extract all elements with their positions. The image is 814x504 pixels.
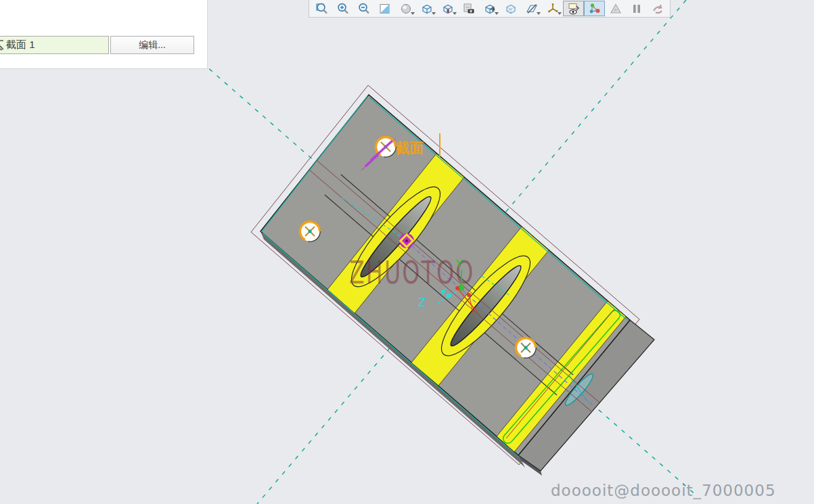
- previous-view-arrow-icon: [651, 2, 664, 16]
- zoom-in-icon: [336, 2, 350, 16]
- section-name-text: 截面 1: [6, 39, 35, 51]
- toolbar-icon-datum-graph-display[interactable]: [584, 1, 605, 16]
- z-axis-label: Z: [418, 296, 426, 309]
- toolbar-icon-datum-plane-display[interactable]: [521, 1, 542, 16]
- toolbar-icon-saved-views-cube[interactable]: [437, 1, 458, 16]
- handle-center: [405, 239, 408, 242]
- toolbar-icon-transparent-cube[interactable]: [500, 1, 521, 16]
- datum-graph-display-icon: [588, 2, 602, 16]
- vertex-dot-cyan: [447, 294, 451, 298]
- toolbar-icon-display-style-cube[interactable]: [416, 1, 437, 16]
- spin-center-icon: [609, 2, 623, 16]
- transparent-cube-icon: [504, 2, 518, 16]
- toolbar-icon-zoom-window[interactable]: [311, 1, 332, 16]
- viewport-3d[interactable]: dooooit@dooooit_7000005: [0, 0, 814, 504]
- toolbar-icon-previous-view-arrow[interactable]: [647, 1, 668, 16]
- annotation-display-icon: [567, 2, 581, 16]
- toolbar-icon-shaded-display[interactable]: [395, 1, 416, 16]
- toolbar-icon-repaint[interactable]: [374, 1, 395, 16]
- application-window: dooooit@dooooit_7000005: [0, 0, 814, 504]
- dropdown-caret-icon: [537, 12, 541, 15]
- y-axis-label: Y: [455, 258, 463, 271]
- toolbar-icon-datum-axis-display[interactable]: [542, 1, 563, 16]
- toolbar-icon-pause[interactable]: [626, 1, 647, 16]
- dropdown-caret-icon: [411, 12, 415, 15]
- section-panel: 截面 1 编辑...: [0, 0, 208, 69]
- csys-node: [459, 285, 464, 290]
- view-manager-camera-icon: [462, 2, 476, 16]
- toolbar-icon-annotation-display[interactable]: [563, 1, 584, 16]
- toolbar-icon-view-manager-camera[interactable]: [458, 1, 479, 16]
- zoom-window-icon: [315, 2, 329, 16]
- section-icon-fragment: [0, 39, 6, 51]
- toolbar-icon-section-cube[interactable]: [479, 1, 500, 16]
- dropdown-caret-icon: [558, 12, 562, 15]
- dropdown-caret-icon: [432, 12, 436, 15]
- toolbar-icon-spin-center[interactable]: [605, 1, 626, 16]
- marker-center: [524, 346, 528, 350]
- zoom-out-icon: [357, 2, 371, 16]
- toolbar-icon-zoom-out[interactable]: [353, 1, 374, 16]
- dropdown-caret-icon: [495, 12, 499, 15]
- repaint-icon: [378, 2, 392, 16]
- pause-icon: [630, 2, 643, 16]
- account-watermark: dooooit@dooooit_7000005: [551, 482, 776, 499]
- section-label: 截面: [394, 140, 424, 156]
- toolbar-icon-zoom-in[interactable]: [332, 1, 353, 16]
- view-toolbar: [309, 0, 671, 18]
- marker-center: [309, 230, 312, 233]
- section-drag-handle[interactable]: [399, 233, 414, 248]
- edit-button[interactable]: 编辑...: [110, 36, 194, 54]
- dropdown-caret-icon: [453, 12, 457, 15]
- section-name-field[interactable]: 截面 1: [0, 36, 109, 54]
